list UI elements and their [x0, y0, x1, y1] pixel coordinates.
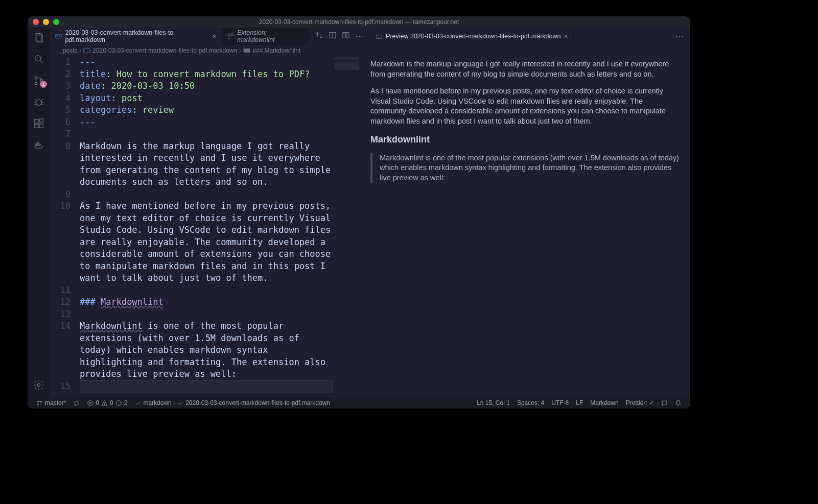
svg-point-4 — [35, 77, 37, 79]
svg-rect-25 — [377, 34, 382, 38]
svg-point-16 — [37, 383, 40, 387]
tab-label: Preview 2020-03-03-convert-markdown-file… — [386, 33, 561, 40]
prettier-item[interactable]: Prettier: ✓ — [622, 399, 658, 406]
tab-markdown-file[interactable]: 2020-03-03-convert-markdown-files-to-pdf… — [50, 28, 222, 45]
activity-bar: 1 — [28, 28, 50, 397]
tab-actions-right: ⋯ — [669, 28, 690, 45]
text-editor[interactable]: 12345678 910 11121314 15 ---title: How t… — [50, 56, 359, 397]
close-tab-icon[interactable]: × — [564, 32, 568, 40]
preview-paragraph: Markdown is the markup language I got re… — [370, 59, 679, 79]
minimize-window-button[interactable] — [43, 19, 49, 25]
compare-changes-icon[interactable] — [315, 31, 323, 41]
svg-point-5 — [35, 82, 37, 85]
docker-icon[interactable] — [33, 139, 45, 151]
svg-point-2 — [35, 56, 41, 61]
workbench: 1 2020-03-03-convert-markdown-files-to — [28, 28, 690, 397]
svg-rect-28 — [244, 49, 250, 53]
formatter-file: 2020-03-03-convert-markdown-files-to-pdf… — [185, 399, 330, 406]
svg-point-34 — [104, 404, 105, 404]
cursor-position-item[interactable]: Ln 15, Col 1 — [473, 399, 513, 406]
svg-rect-19 — [231, 34, 233, 36]
check-icon — [177, 400, 183, 406]
problems-item[interactable]: 0 0 2 — [83, 399, 131, 406]
more-actions-icon[interactable]: ⋯ — [355, 32, 364, 41]
tab-label: 2020-03-03-convert-markdown-files-to-pdf… — [65, 29, 209, 43]
window-title: 2020-03-03-convert-markdown-files-to-pdf… — [28, 18, 690, 26]
tabs-group-left: 2020-03-03-convert-markdown-files-to-pdf… — [50, 28, 370, 45]
svg-rect-13 — [37, 144, 38, 146]
svg-rect-20 — [228, 37, 230, 39]
status-right: Ln 15, Col 1 Spaces: 4 UTF-8 LF Markdown… — [473, 399, 685, 406]
git-branch-item[interactable]: master* — [33, 399, 69, 406]
warning-count: 0 — [110, 399, 113, 406]
tab-extension[interactable]: Extension: markdownlint — [222, 28, 309, 45]
tab-preview[interactable]: Preview 2020-03-03-convert-markdown-file… — [370, 28, 574, 45]
window-controls — [33, 19, 59, 25]
chevron-right-icon: › — [79, 47, 81, 54]
tabs-group-right: Preview 2020-03-03-convert-markdown-file… — [370, 28, 690, 45]
markdown-icon — [83, 48, 90, 53]
svg-rect-8 — [35, 119, 38, 123]
eol-item[interactable]: LF — [572, 399, 587, 406]
markdown-preview: Markdown is the markup language I got re… — [359, 56, 690, 397]
error-count: 0 — [96, 399, 99, 406]
vscode-window: 2020-03-03-convert-markdown-files-to-pdf… — [28, 16, 690, 409]
editor-split: 12345678 910 11121314 15 ---title: How t… — [50, 56, 690, 397]
svg-line-3 — [40, 61, 43, 63]
search-icon[interactable] — [33, 53, 45, 65]
preview-blockquote-text: Markdownlint is one of the most popular … — [380, 153, 679, 183]
tabs-row: 2020-03-03-convert-markdown-files-to-pdf… — [50, 28, 690, 45]
extension-icon — [227, 33, 234, 40]
svg-rect-9 — [35, 124, 38, 128]
svg-rect-14 — [39, 144, 40, 146]
preview-paragraph: As I have mentioned before in my previou… — [370, 86, 679, 126]
formatter-label: markdown | — [143, 399, 175, 406]
extensions-icon[interactable] — [33, 117, 45, 130]
breadcrumb-item[interactable]: ### Markdownlint — [252, 47, 300, 54]
sync-item[interactable] — [69, 400, 83, 406]
source-control-icon[interactable]: 1 — [33, 75, 45, 87]
check-icon — [134, 400, 141, 406]
language-mode-item[interactable]: Markdown — [587, 399, 622, 406]
svg-rect-18 — [228, 34, 230, 36]
svg-rect-24 — [346, 33, 349, 38]
breadcrumb-item[interactable]: 2020-03-03-convert-markdown-files-to-pdf… — [92, 47, 237, 54]
heading-icon — [243, 48, 250, 53]
preview-heading: Markdownlint — [370, 133, 679, 146]
svg-rect-10 — [39, 124, 43, 128]
code-content[interactable]: ---title: How to convert markdown files … — [80, 56, 359, 397]
feedback-icon[interactable] — [658, 399, 671, 406]
open-preview-icon[interactable] — [342, 31, 350, 41]
svg-rect-15 — [37, 142, 38, 144]
close-window-button[interactable] — [33, 19, 39, 25]
info-count: 2 — [124, 399, 128, 406]
svg-rect-12 — [35, 144, 37, 146]
breadcrumbs[interactable]: _posts › 2020-03-03-convert-markdown-fil… — [50, 45, 690, 56]
titlebar: 2020-03-03-convert-markdown-files-to-pdf… — [28, 16, 690, 28]
formatter-item[interactable]: markdown | 2020-03-03-convert-markdown-f… — [131, 399, 334, 406]
svg-point-29 — [37, 401, 38, 402]
debug-icon[interactable] — [33, 96, 45, 108]
minimap[interactable] — [334, 57, 359, 83]
tab-actions-left: ⋯ — [309, 28, 370, 45]
line-number-gutter: 12345678 910 11121314 15 — [50, 56, 80, 397]
tab-label: Extension: markdownlint — [237, 29, 303, 43]
preview-icon — [376, 33, 383, 40]
encoding-item[interactable]: UTF-8 — [548, 399, 572, 406]
notifications-icon[interactable] — [671, 399, 685, 406]
info-icon — [115, 400, 122, 406]
svg-point-30 — [37, 404, 38, 405]
maximize-window-button[interactable] — [53, 19, 59, 25]
editor-area: 2020-03-03-convert-markdown-files-to-pdf… — [50, 28, 690, 397]
split-editor-icon[interactable] — [329, 31, 337, 41]
preview-blockquote: Markdownlint is one of the most popular … — [370, 153, 679, 183]
svg-rect-27 — [84, 49, 90, 53]
more-actions-icon[interactable]: ⋯ — [675, 32, 684, 41]
breadcrumb-item[interactable]: _posts — [59, 47, 77, 54]
settings-gear-icon[interactable] — [33, 379, 45, 391]
sync-icon — [73, 400, 80, 406]
indentation-item[interactable]: Spaces: 4 — [513, 399, 548, 406]
error-icon — [87, 400, 94, 406]
close-tab-icon[interactable]: × — [213, 32, 217, 40]
explorer-icon[interactable] — [33, 32, 45, 44]
